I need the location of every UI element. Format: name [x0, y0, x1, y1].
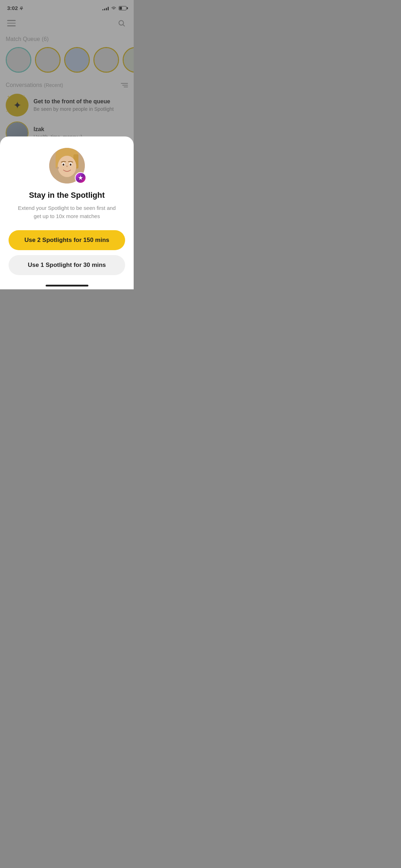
home-indicator [46, 285, 88, 286]
modal-subtitle: Extend your Spotlight to be seen first a… [17, 204, 117, 220]
star-badge-svg [77, 175, 84, 181]
modal-title: Stay in the Spotlight [29, 191, 105, 200]
svg-point-10 [58, 156, 76, 177]
svg-point-15 [57, 167, 59, 169]
svg-point-13 [62, 164, 64, 166]
page-wrapper: 3:02 [0, 0, 134, 289]
use-2-spotlights-button[interactable]: Use 2 Spotlights for 150 mins [9, 230, 125, 250]
modal-sheet: Stay in the Spotlight Extend your Spotli… [0, 136, 134, 289]
modal-overlay[interactable]: Stay in the Spotlight Extend your Spotli… [0, 0, 134, 289]
use-1-spotlight-button[interactable]: Use 1 Spotlight for 30 mins [9, 255, 125, 275]
svg-point-14 [70, 164, 71, 166]
modal-avatar-wrap [49, 148, 85, 184]
spotlight-badge-icon [75, 172, 86, 184]
